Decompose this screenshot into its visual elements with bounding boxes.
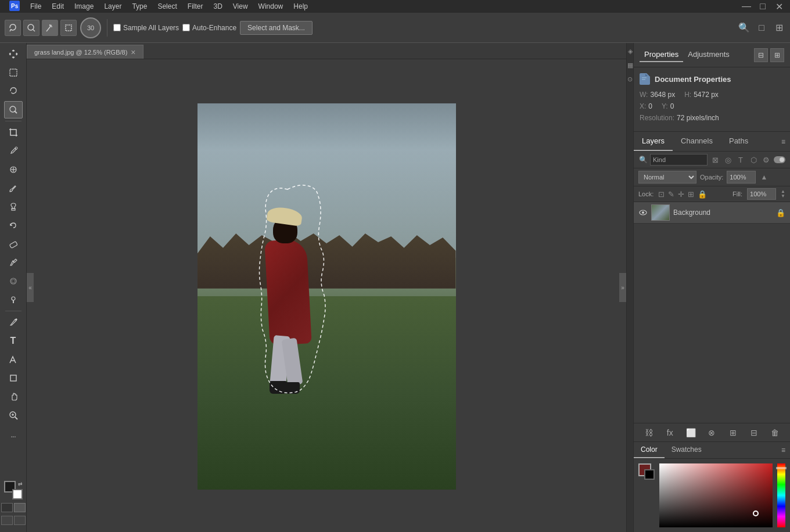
kind-filter-input[interactable]: Kind xyxy=(650,154,708,166)
arrange-windows-icon[interactable] xyxy=(1,516,13,525)
create-group-btn[interactable]: ⊗ xyxy=(705,426,718,439)
delete-layer-btn[interactable]: 🗑 xyxy=(769,426,781,439)
menu-layer[interactable]: Layer xyxy=(99,1,126,12)
marquee-tool[interactable] xyxy=(4,64,23,81)
lasso-tool-btn[interactable] xyxy=(5,20,21,36)
create-fill-layer-btn[interactable]: ⊟ xyxy=(748,426,760,439)
brush-size-indicator[interactable]: 30 xyxy=(80,17,101,38)
tab-adjustments[interactable]: Adjustments xyxy=(683,48,734,62)
menu-file[interactable]: File xyxy=(26,1,46,12)
dodge-tool[interactable] xyxy=(4,291,23,308)
move-tool[interactable] xyxy=(4,45,23,63)
layer-visibility-toggle[interactable] xyxy=(638,208,648,217)
healing-brush-tool[interactable] xyxy=(4,161,23,178)
add-mask-btn[interactable]: ⬜ xyxy=(684,426,697,439)
refine-edge-btn[interactable] xyxy=(60,20,77,36)
adjust-filter-icon[interactable]: ◎ xyxy=(723,154,733,165)
menu-ps[interactable]: Ps xyxy=(5,0,24,14)
shape-tool[interactable] xyxy=(4,369,23,387)
menu-select[interactable]: Select xyxy=(153,1,181,12)
panel-expand-icon[interactable]: ⊞ xyxy=(770,48,784,62)
background-color-swatch[interactable] xyxy=(12,489,23,499)
fill-input[interactable] xyxy=(747,188,776,200)
blur-tool[interactable] xyxy=(4,272,23,290)
quick-select-tool[interactable] xyxy=(4,101,23,118)
sample-all-layers-label[interactable]: Sample All Layers xyxy=(113,24,179,32)
stamp-tool[interactable] xyxy=(4,198,23,215)
magic-wand-btn[interactable] xyxy=(42,20,58,36)
link-layers-btn[interactable]: ⛓ xyxy=(642,426,655,439)
tab-paths[interactable]: Paths xyxy=(721,132,756,151)
pixel-filter-icon[interactable]: ⊠ xyxy=(710,154,720,165)
pen-tool[interactable] xyxy=(4,314,23,331)
layer-item-background[interactable]: Background 🔒 xyxy=(634,202,790,224)
fill-stepper[interactable]: ▲ ▼ xyxy=(781,189,785,199)
crop-tool[interactable] xyxy=(4,124,23,141)
tab-channels[interactable]: Channels xyxy=(673,132,721,151)
color-menu-icon[interactable]: ≡ xyxy=(777,443,790,458)
menu-window[interactable]: Window xyxy=(254,1,288,12)
minimize-btn[interactable]: — xyxy=(740,0,753,13)
maximize-btn[interactable]: □ xyxy=(756,0,769,13)
quick-selection-btn[interactable] xyxy=(23,20,40,36)
auto-enhance-label[interactable]: Auto-Enhance xyxy=(182,24,236,32)
tab-color[interactable]: Color xyxy=(634,442,665,458)
tab-close-btn[interactable]: × xyxy=(131,48,135,57)
menu-view[interactable]: View xyxy=(228,1,253,12)
lock-transparent-icon[interactable]: ⊡ xyxy=(658,190,665,199)
brush-tool[interactable] xyxy=(4,179,23,197)
search-icon[interactable]: 🔍 xyxy=(738,21,751,34)
panel-arrange-icon[interactable]: ⊟ xyxy=(754,48,768,62)
tab-swatches[interactable]: Swatches xyxy=(665,442,709,458)
lasso-tool[interactable] xyxy=(4,82,23,100)
sample-all-layers-checkbox[interactable] xyxy=(113,24,121,31)
zoom-tool[interactable] xyxy=(4,407,23,424)
menu-image[interactable]: Image xyxy=(70,1,98,12)
filter-toggle[interactable] xyxy=(774,156,785,163)
add-style-btn[interactable]: fx xyxy=(663,426,676,439)
hue-strip[interactable] xyxy=(777,463,785,527)
menu-help[interactable]: Help xyxy=(289,1,313,12)
lock-move-icon[interactable]: ✛ xyxy=(678,190,684,199)
photo-canvas[interactable] xyxy=(198,103,456,490)
shape-filter-icon[interactable]: ⬡ xyxy=(748,154,759,165)
paint-bucket-tool[interactable] xyxy=(4,254,23,271)
quick-mask-icon[interactable] xyxy=(14,503,26,512)
lock-all-icon[interactable]: 🔒 xyxy=(698,190,707,199)
path-select-tool[interactable] xyxy=(4,351,23,368)
swap-colors-icon[interactable]: ⇄ xyxy=(18,481,23,487)
full-screen-icon[interactable] xyxy=(14,516,26,525)
layer-filter-search-icon[interactable]: 🔍 xyxy=(638,155,648,164)
menu-type[interactable]: Type xyxy=(127,1,152,12)
hand-tool[interactable] xyxy=(4,388,23,405)
standard-mode-icon[interactable] xyxy=(1,503,13,512)
opacity-stepper-up[interactable]: ▲ xyxy=(759,172,769,182)
menu-filter[interactable]: Filter xyxy=(183,1,208,12)
menu-3d[interactable]: 3D xyxy=(209,1,227,12)
document-tab[interactable]: grass land.jpg @ 12.5% (RGB/8) × xyxy=(27,45,143,59)
more-tools[interactable]: ··· xyxy=(4,427,23,445)
auto-enhance-checkbox[interactable] xyxy=(182,24,190,31)
workspace-icon[interactable]: □ xyxy=(755,21,768,34)
eyedropper-tool[interactable] xyxy=(4,142,23,160)
eraser-tool[interactable] xyxy=(4,235,23,253)
text-tool[interactable]: T xyxy=(4,332,23,350)
opacity-input[interactable] xyxy=(727,171,756,184)
tab-properties[interactable]: Properties xyxy=(640,48,683,62)
tab-layers[interactable]: Layers xyxy=(634,132,673,151)
create-new-layer-btn[interactable]: ⊞ xyxy=(727,426,739,439)
background-swatch[interactable] xyxy=(644,469,655,480)
menu-edit[interactable]: Edit xyxy=(47,1,69,12)
select-mask-button[interactable]: Select and Mask... xyxy=(240,21,313,35)
smart-filter-icon[interactable]: ⚙ xyxy=(761,154,771,165)
text-filter-icon[interactable]: T xyxy=(735,154,746,165)
close-btn[interactable]: ✕ xyxy=(773,0,785,13)
history-brush-tool[interactable] xyxy=(4,217,23,234)
collapse-right-handle[interactable]: « xyxy=(27,273,34,302)
lock-artboard-icon[interactable]: ⊞ xyxy=(688,190,694,199)
layers-menu-icon[interactable]: ≡ xyxy=(777,133,790,150)
lock-pixels-icon[interactable]: ✎ xyxy=(668,190,674,199)
color-gradient-picker[interactable] xyxy=(659,463,773,527)
blend-mode-select[interactable]: Normal Multiply Screen xyxy=(638,171,696,184)
arrange-icon[interactable]: ⊞ xyxy=(773,21,785,34)
